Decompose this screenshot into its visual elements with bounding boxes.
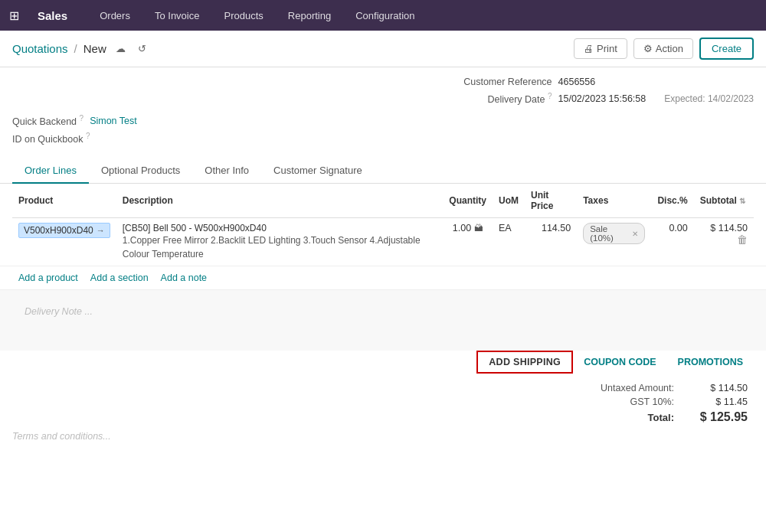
id-quickbook-row: ID on Quickbook ? <box>12 132 754 145</box>
customer-reference-row: Customer Reference 4656556 <box>445 77 754 87</box>
tax-remove-icon[interactable]: ✕ <box>632 230 638 238</box>
brand-label[interactable]: Sales <box>38 9 67 22</box>
tax-label: GST 10%: <box>567 397 674 407</box>
terms-placeholder[interactable]: Terms and conditions... <box>12 431 111 442</box>
quantity-icon[interactable]: 🏔 <box>474 223 483 233</box>
coupon-code-button[interactable]: COUPON CODE <box>573 352 666 372</box>
add-section-link[interactable]: Add a section <box>90 273 149 283</box>
quick-backend-section: Quick Backend ? Simon Test ID on Quickbo… <box>0 111 766 155</box>
delivery-date-help-icon[interactable]: ? <box>548 92 552 100</box>
cell-disc[interactable]: 0.00 <box>651 218 693 266</box>
quick-backend-row: Quick Backend ? Simon Test <box>12 114 754 127</box>
tab-customer-signature[interactable]: Customer Signature <box>261 158 375 184</box>
untaxed-amount-row: Untaxed Amount: $ 114.50 <box>567 383 748 393</box>
delete-row-icon[interactable]: 🗑 <box>737 233 748 246</box>
shipping-row: ADD SHIPPING COUPON CODE PROMOTIONS <box>0 351 766 380</box>
unit-price-value: 114.50 <box>542 223 571 233</box>
nav-to-invoice[interactable]: To Invoice <box>150 7 205 24</box>
expected-date: Expected: 14/02/2023 <box>664 93 754 104</box>
totals-section: Untaxed Amount: $ 114.50 GST 10%: $ 11.4… <box>0 380 766 427</box>
bottom-section: Delivery Note ... <box>0 289 766 351</box>
printer-icon: 🖨 <box>584 43 594 54</box>
col-quantity: Quantity <box>443 184 493 218</box>
grand-total-row: Total: $ 125.95 <box>567 410 748 424</box>
cell-quantity[interactable]: 1.00 🏔 <box>443 218 493 266</box>
add-product-link[interactable]: Add a product <box>18 273 78 283</box>
undo-icon[interactable]: ↺ <box>135 40 149 57</box>
total-value: $ 125.95 <box>686 410 748 424</box>
col-uom: UoM <box>493 184 525 218</box>
col-disc: Disc.% <box>651 184 693 218</box>
subtotal-value: $ 114.50 <box>710 223 748 233</box>
breadcrumb-parent[interactable]: Quotations <box>12 42 68 55</box>
id-quickbook-help-icon[interactable]: ? <box>86 132 90 140</box>
order-lines-table-wrapper: Product Description Quantity UoM Unit Pr… <box>0 184 766 266</box>
print-button[interactable]: 🖨 Print <box>574 38 627 59</box>
sort-icon[interactable]: ⇅ <box>739 197 745 205</box>
create-button[interactable]: Create <box>699 38 754 60</box>
table-row: V500xH900xD40 → [CB50] Bell 500 - W500xH… <box>12 218 754 266</box>
untaxed-value: $ 114.50 <box>686 383 748 393</box>
tax-label: Sale (10%) <box>590 224 629 243</box>
tab-order-lines[interactable]: Order Lines <box>12 158 89 184</box>
col-unit-price: Unit Price <box>525 184 577 218</box>
apps-icon[interactable]: ⊞ <box>9 8 19 23</box>
quick-backend-value[interactable]: Simon Test <box>90 116 137 126</box>
nav-products[interactable]: Products <box>219 7 267 24</box>
quick-backend-help-icon[interactable]: ? <box>80 114 84 122</box>
product-highlight[interactable]: V500xH900xD40 → <box>18 223 110 238</box>
cell-unit-price[interactable]: 114.50 <box>525 218 577 266</box>
form-top-section: Customer Reference 4656556 Delivery Date… <box>0 67 766 111</box>
tab-other-info[interactable]: Other Info <box>192 158 261 184</box>
info-grid: Customer Reference 4656556 Delivery Date… <box>445 77 754 105</box>
tabs-bar: Order Lines Optional Products Other Info… <box>0 158 766 184</box>
description-product-name: [CB50] Bell 500 - W500xH900xD40 <box>123 223 437 233</box>
tax-value: $ 11.45 <box>686 397 748 407</box>
quick-backend-label: Quick Backend ? <box>12 114 83 127</box>
delivery-date-label: Delivery Date ? <box>445 92 552 105</box>
table-header-row: Product Description Quantity UoM Unit Pr… <box>12 184 754 218</box>
add-links: Add a product Add a section Add a note <box>0 266 766 289</box>
customer-reference-value[interactable]: 4656556 <box>558 77 596 87</box>
nav-reporting[interactable]: Reporting <box>283 7 336 24</box>
promotions-button[interactable]: PROMOTIONS <box>667 352 754 372</box>
arrow-icon[interactable]: → <box>97 226 105 235</box>
product-code-value: V500xH900xD40 <box>24 225 93 236</box>
cell-taxes[interactable]: Sale (10%) ✕ <box>577 218 651 266</box>
disc-value: 0.00 <box>669 223 687 233</box>
delivery-date-value[interactable]: 15/02/2023 15:56:58 <box>558 93 647 104</box>
quantity-value: 1.00 <box>453 223 471 233</box>
cell-description[interactable]: [CB50] Bell 500 - W500xH900xD40 1.Copper… <box>116 218 444 266</box>
delivery-note-area: Delivery Note ... <box>12 299 754 323</box>
breadcrumb: Quotations / New ☁ ↺ <box>12 40 149 57</box>
tax-badge: Sale (10%) ✕ <box>583 223 645 244</box>
terms-area: Terms and conditions... <box>0 427 766 448</box>
col-subtotal: Subtotal ⇅ <box>694 184 754 218</box>
action-button[interactable]: ⚙ Action <box>633 38 693 59</box>
col-description: Description <box>116 184 444 218</box>
uom-value: EA <box>499 223 512 233</box>
tax-row: GST 10%: $ 11.45 <box>567 397 748 407</box>
untaxed-label: Untaxed Amount: <box>567 383 674 393</box>
description-text: 1.Copper Free Mirror 2.Backlit LED Light… <box>123 233 437 261</box>
gear-icon: ⚙ <box>643 43 653 54</box>
id-quickbook-label: ID on Quickbook ? <box>12 132 90 145</box>
add-note-link[interactable]: Add a note <box>161 273 207 283</box>
top-navigation: ⊞ Sales Orders To Invoice Products Repor… <box>0 0 766 31</box>
cell-product[interactable]: V500xH900xD40 → <box>12 218 116 266</box>
cloud-upload-icon[interactable]: ☁ <box>113 40 129 57</box>
total-label: Total: <box>567 412 674 423</box>
nav-orders[interactable]: Orders <box>95 7 135 24</box>
customer-reference-label: Customer Reference <box>445 77 552 87</box>
nav-configuration[interactable]: Configuration <box>351 7 419 24</box>
header-bar: Quotations / New ☁ ↺ 🖨 Print ⚙ Action Cr… <box>0 31 766 67</box>
col-taxes: Taxes <box>577 184 651 218</box>
order-lines-table: Product Description Quantity UoM Unit Pr… <box>12 184 754 266</box>
tab-optional-products[interactable]: Optional Products <box>89 158 192 184</box>
header-actions: 🖨 Print ⚙ Action Create <box>574 38 754 60</box>
add-shipping-button[interactable]: ADD SHIPPING <box>476 351 573 374</box>
breadcrumb-separator: / <box>74 42 77 55</box>
delivery-note-placeholder[interactable]: Delivery Note ... <box>25 306 93 317</box>
cell-subtotal: $ 114.50 🗑 <box>694 218 754 266</box>
cell-uom[interactable]: EA <box>493 218 525 266</box>
